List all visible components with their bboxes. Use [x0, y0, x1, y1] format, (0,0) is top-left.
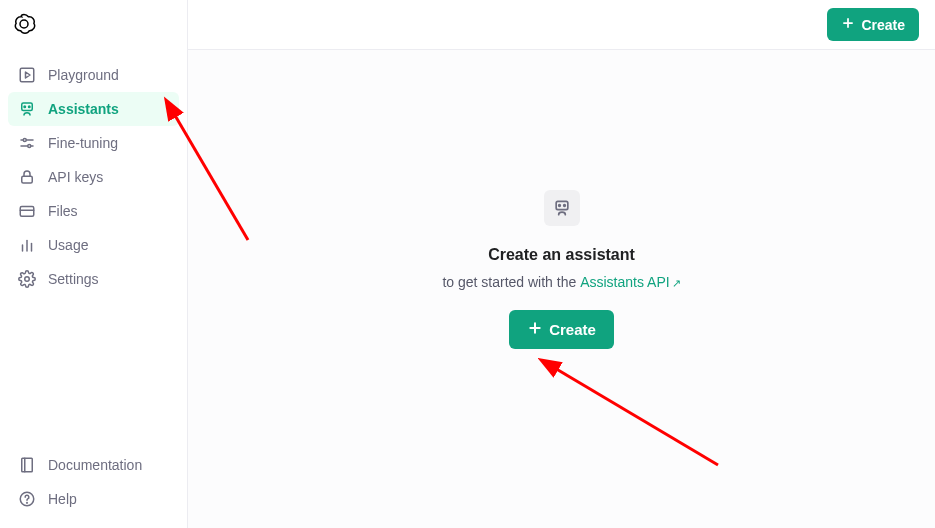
sliders-icon — [18, 134, 36, 152]
external-link-icon: ↗ — [672, 277, 681, 289]
sidebar-item-documentation[interactable]: Documentation — [8, 448, 179, 482]
sidebar-item-usage[interactable]: Usage — [8, 228, 179, 262]
svg-point-25 — [563, 204, 565, 206]
robot-icon — [544, 190, 580, 226]
svg-rect-10 — [22, 176, 33, 183]
svg-point-0 — [20, 20, 28, 28]
svg-point-8 — [23, 139, 26, 142]
plus-icon — [841, 16, 855, 33]
svg-marker-2 — [26, 72, 31, 78]
main-content: Create Create an assistant to get starte… — [188, 0, 935, 528]
top-bar: Create — [188, 0, 935, 50]
sidebar-item-label: Assistants — [48, 101, 119, 117]
sidebar-footer: Documentation Help — [8, 448, 179, 516]
sidebar-item-files[interactable]: Files — [8, 194, 179, 228]
sidebar-item-label: Playground — [48, 67, 119, 83]
sidebar-item-label: Usage — [48, 237, 88, 253]
folder-icon — [18, 202, 36, 220]
play-square-icon — [18, 66, 36, 84]
sidebar-item-fine-tuning[interactable]: Fine-tuning — [8, 126, 179, 160]
svg-point-4 — [24, 106, 26, 108]
empty-state-subtitle: to get started with the Assistants API↗ — [442, 274, 680, 290]
sidebar-item-assistants[interactable]: Assistants — [8, 92, 179, 126]
book-icon — [18, 456, 36, 474]
svg-point-5 — [29, 106, 31, 108]
plus-icon — [527, 320, 543, 339]
sidebar-item-label: Files — [48, 203, 78, 219]
sidebar: Playground Assistants Fine-tuning API ke… — [0, 0, 188, 528]
button-label: Create — [861, 17, 905, 33]
svg-point-16 — [25, 277, 30, 282]
gear-icon — [18, 270, 36, 288]
lock-icon — [18, 168, 36, 186]
empty-state-title: Create an assistant — [488, 246, 635, 264]
help-circle-icon — [18, 490, 36, 508]
svg-rect-11 — [20, 207, 34, 217]
sidebar-item-label: Help — [48, 491, 77, 507]
sidebar-item-label: Documentation — [48, 457, 142, 473]
create-button-center[interactable]: Create — [509, 310, 614, 349]
sidebar-item-label: Settings — [48, 271, 99, 287]
svg-point-24 — [558, 204, 560, 206]
sidebar-item-api-keys[interactable]: API keys — [8, 160, 179, 194]
sidebar-item-playground[interactable]: Playground — [8, 58, 179, 92]
button-label: Create — [549, 321, 596, 338]
bar-chart-icon — [18, 236, 36, 254]
sidebar-item-settings[interactable]: Settings — [8, 262, 179, 296]
sidebar-item-label: Fine-tuning — [48, 135, 118, 151]
empty-state: Create an assistant to get started with … — [188, 50, 935, 528]
openai-logo — [12, 12, 36, 36]
sidebar-item-help[interactable]: Help — [8, 482, 179, 516]
svg-point-9 — [28, 145, 31, 148]
sidebar-item-label: API keys — [48, 169, 103, 185]
subtitle-prefix: to get started with the — [442, 274, 580, 290]
create-button-top[interactable]: Create — [827, 8, 919, 41]
svg-rect-17 — [22, 458, 33, 472]
sidebar-nav: Playground Assistants Fine-tuning API ke… — [8, 58, 179, 296]
robot-icon — [18, 100, 36, 118]
svg-rect-1 — [20, 68, 34, 82]
assistants-api-link[interactable]: Assistants API↗ — [580, 274, 680, 290]
svg-point-20 — [27, 502, 28, 503]
